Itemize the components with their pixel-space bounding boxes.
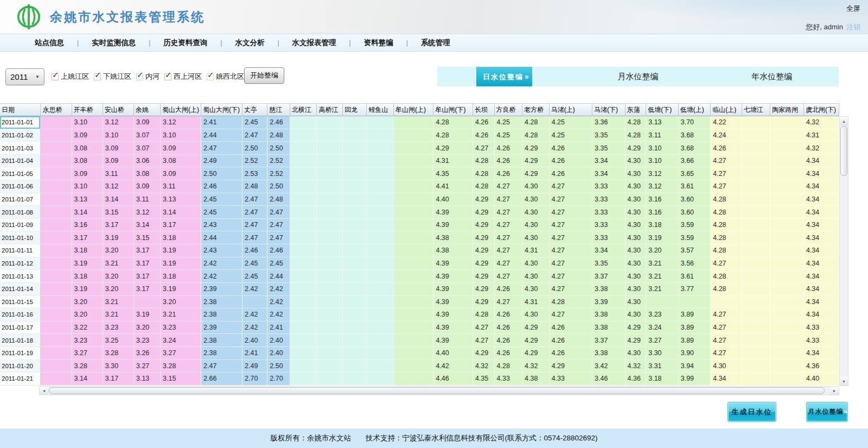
value-cell[interactable]: 4.46 <box>433 373 473 386</box>
value-cell[interactable] <box>41 219 72 232</box>
value-cell[interactable] <box>394 231 433 244</box>
value-cell[interactable] <box>742 219 770 232</box>
checkbox-box[interactable]: ✓ <box>52 73 59 80</box>
value-cell[interactable]: 2.42 <box>267 283 290 296</box>
value-cell[interactable]: 2.41 <box>267 321 290 335</box>
value-cell[interactable]: 3.09 <box>134 180 161 193</box>
value-cell[interactable]: 3.33 <box>592 219 625 232</box>
value-cell[interactable]: 2.40 <box>267 334 290 347</box>
value-cell[interactable]: 3.27 <box>134 360 161 373</box>
value-cell[interactable]: 4.26 <box>495 142 523 155</box>
value-cell[interactable]: 3.28 <box>72 360 103 373</box>
value-cell[interactable]: 3.34 <box>592 167 625 180</box>
value-cell[interactable]: 2.45 <box>201 206 242 219</box>
value-cell[interactable]: 3.16 <box>72 219 103 232</box>
value-cell[interactable] <box>290 167 317 180</box>
value-cell[interactable]: 4.39 <box>433 308 473 321</box>
year-select[interactable]: 2011 ▼ <box>5 68 44 85</box>
value-cell[interactable]: 3.65 <box>679 167 711 180</box>
value-cell[interactable]: 3.36 <box>592 116 625 129</box>
value-cell[interactable] <box>41 373 72 386</box>
value-cell[interactable]: 3.18 <box>72 244 103 257</box>
value-cell[interactable] <box>742 142 770 155</box>
value-cell[interactable]: 4.30 <box>626 219 647 232</box>
value-cell[interactable]: 4.27 <box>550 180 592 193</box>
value-cell[interactable] <box>394 116 433 129</box>
value-cell[interactable]: 3.14 <box>72 206 103 219</box>
value-cell[interactable] <box>770 296 804 309</box>
value-cell[interactable]: 3.60 <box>679 193 711 206</box>
value-cell[interactable]: 2.50 <box>201 167 242 180</box>
value-cell[interactable] <box>367 231 394 244</box>
value-cell[interactable]: 4.27 <box>711 347 742 360</box>
value-cell[interactable] <box>367 373 394 386</box>
value-cell[interactable]: 4.27 <box>550 206 592 219</box>
value-cell[interactable]: 2.42 <box>267 296 290 309</box>
value-cell[interactable]: 4.27 <box>473 334 495 347</box>
date-cell[interactable]: 2011-01-21 <box>0 373 41 386</box>
value-cell[interactable] <box>367 116 394 129</box>
value-cell[interactable] <box>317 270 343 283</box>
value-cell[interactable] <box>770 270 804 283</box>
value-cell[interactable] <box>317 244 343 257</box>
value-cell[interactable]: 2.45 <box>242 270 267 283</box>
horizontal-scroll-thumb[interactable] <box>49 387 825 394</box>
value-cell[interactable] <box>41 334 72 347</box>
value-cell[interactable]: 4.40 <box>433 347 473 360</box>
value-cell[interactable] <box>394 296 433 309</box>
horizontal-scrollbar[interactable]: ◄ ► <box>39 386 839 395</box>
value-cell[interactable]: 3.61 <box>679 180 711 193</box>
value-cell[interactable] <box>343 167 367 180</box>
value-cell[interactable] <box>343 283 367 296</box>
value-cell[interactable]: 4.25 <box>550 116 592 129</box>
value-cell[interactable] <box>742 129 770 142</box>
value-cell[interactable]: 4.27 <box>550 257 592 270</box>
value-cell[interactable]: 3.10 <box>103 129 134 142</box>
value-cell[interactable] <box>41 129 72 142</box>
value-cell[interactable] <box>367 308 394 321</box>
value-cell[interactable] <box>343 360 367 373</box>
value-cell[interactable]: 3.27 <box>646 334 679 347</box>
value-cell[interactable]: 4.34 <box>804 244 839 257</box>
value-cell[interactable]: 3.59 <box>679 219 711 232</box>
date-cell[interactable]: 2011-01-17 <box>0 321 41 335</box>
value-cell[interactable]: 4.28 <box>711 193 742 206</box>
value-cell[interactable] <box>770 193 804 206</box>
value-cell[interactable]: 4.33 <box>550 373 592 386</box>
value-cell[interactable]: 3.15 <box>134 231 161 244</box>
value-cell[interactable]: 3.07 <box>134 142 161 155</box>
value-cell[interactable]: 4.27 <box>711 308 742 321</box>
value-cell[interactable]: 3.56 <box>679 257 711 270</box>
value-cell[interactable]: 3.17 <box>103 219 134 232</box>
value-cell[interactable] <box>742 257 770 270</box>
value-cell[interactable]: 4.38 <box>433 244 473 257</box>
value-cell[interactable]: 3.24 <box>646 321 679 335</box>
value-cell[interactable]: 4.22 <box>711 116 742 129</box>
value-cell[interactable] <box>343 347 367 360</box>
value-cell[interactable]: 3.19 <box>72 257 103 270</box>
value-cell[interactable] <box>367 334 394 347</box>
value-cell[interactable] <box>41 193 72 206</box>
value-cell[interactable]: 4.30 <box>626 270 647 283</box>
value-cell[interactable]: 4.29 <box>522 167 550 180</box>
value-cell[interactable]: 3.21 <box>103 308 134 321</box>
value-cell[interactable]: 4.26 <box>550 321 592 335</box>
value-cell[interactable]: 3.10 <box>646 155 679 168</box>
value-cell[interactable]: 2.38 <box>201 308 242 321</box>
value-cell[interactable]: 4.29 <box>473 206 495 219</box>
value-cell[interactable] <box>742 244 770 257</box>
value-cell[interactable]: 4.27 <box>495 231 523 244</box>
value-cell[interactable]: 2.46 <box>267 116 290 129</box>
value-cell[interactable]: 4.30 <box>522 270 550 283</box>
value-cell[interactable] <box>41 167 72 180</box>
value-cell[interactable]: 3.20 <box>103 244 134 257</box>
value-cell[interactable]: 3.25 <box>103 334 134 347</box>
value-cell[interactable] <box>367 360 394 373</box>
value-cell[interactable]: 2.47 <box>201 142 242 155</box>
value-cell[interactable]: 4.26 <box>550 142 592 155</box>
value-cell[interactable] <box>394 129 433 142</box>
value-cell[interactable]: 4.29 <box>473 283 495 296</box>
value-cell[interactable]: 3.08 <box>72 142 103 155</box>
value-cell[interactable]: 4.30 <box>626 257 647 270</box>
value-cell[interactable]: 2.39 <box>201 283 242 296</box>
